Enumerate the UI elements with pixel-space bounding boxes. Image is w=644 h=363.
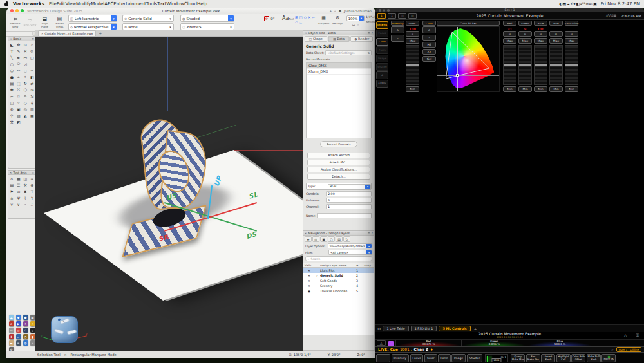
workspace-icon[interactable]: ⌗ [30,340,35,346]
basic-tool-button[interactable]: T [8,48,15,54]
blank-softkey[interactable] [376,354,390,362]
layer-visibility-toggle[interactable]: ✕ [303,284,315,288]
color-minus-button[interactable]: – [422,35,436,41]
workspace-icon[interactable]: ◆ [16,315,21,320]
basic-tool-button[interactable]: ⌐ [8,93,15,99]
tool-set-button[interactable]: ⌁ [22,201,29,207]
color-mode-button[interactable]: Gel [422,56,436,62]
tool-set-button[interactable]: ⚑ [8,188,15,194]
navigation-mode-icon[interactable]: ◎ [312,236,319,242]
tool-set-button[interactable]: ◫ [22,175,29,182]
view-cube[interactable]: Z Y X [46,313,84,351]
lock-icon[interactable]: ⚿ [636,333,639,338]
basic-palette-header[interactable]: ✕ Basic ≡ [8,37,35,41]
marquee-zoom-icon[interactable]: ▭ [352,23,355,27]
workspace-icon[interactable]: ✚ [9,334,14,339]
cie-color-picker[interactable] [437,26,500,92]
basic-tool-button[interactable]: ◩ [15,118,23,125]
close-icon[interactable]: ✕ [305,32,307,35]
record-formats-button[interactable]: Record Formats [320,141,357,147]
tool-set-button[interactable]: ⊞ [15,188,23,194]
menubar-item[interactable]: Text [157,1,166,6]
inten-fader-track[interactable] [406,45,419,85]
fader-max-button[interactable]: Max [565,38,578,44]
fader-min-button[interactable]: Min [565,86,578,92]
basic-tool-button[interactable]: ⌑ [15,93,23,99]
design-layer-row[interactable]: ✕ Scenery 4 [303,283,374,288]
basic-tool-button[interactable]: ◎ [22,106,29,112]
tool-set-button[interactable]: ♜ [22,188,29,194]
alert-triangle-icon[interactable]: △ [624,333,627,338]
record-action-button[interactable]: Assign Classifications... [307,167,370,172]
basic-tool-button[interactable]: ✥ [15,41,23,48]
basic-tool-button[interactable]: ╲ [8,54,15,60]
design-layer-row[interactable]: ✕ Soft Goods 3 [303,278,374,283]
function-softkey[interactable]: Highlight Cell [556,354,571,362]
tool-set-button[interactable]: Ψ [15,194,23,201]
design-layer-row[interactable]: ◉ Theatre FloorPlan 5 [303,288,374,293]
view-cube-top-face[interactable] [59,317,70,324]
eos-display-tab[interactable]: 2 PSD List 1 [411,326,437,331]
search-icon[interactable]: ⌕ [612,348,614,352]
fader-track[interactable] [534,45,547,85]
color-mode-button[interactable]: HS [422,42,436,48]
inten-min-button[interactable]: Min [406,86,419,92]
basic-tool-button[interactable]: ◿ [22,60,29,67]
tool-set-button[interactable]: ≡ [29,175,36,182]
view-nav-button[interactable]: ⇨ Next View [23,15,37,30]
basic-tool-button[interactable]: ⇄ [29,80,36,86]
gear-icon[interactable]: ⚙ [377,326,381,331]
basic-tool-button[interactable]: ⬡ [22,86,29,93]
layer-search-input[interactable]: ⌕ Search [305,256,372,261]
help-icon[interactable]: ? [372,32,373,35]
workspace-icon[interactable]: ▤ [16,328,21,333]
parameter-category-button[interactable]: Focus [376,30,388,37]
zoom-control[interactable]: 100%▾ ▭⌗ [346,15,365,27]
class-dropdown[interactable]: ⊙Generic Solid▾ [122,15,174,22]
basic-tool-button[interactable]: ▢ [29,54,36,60]
tool-set-button[interactable]: ⊕ [29,182,36,188]
basic-tool-button[interactable]: ○ [8,60,15,67]
layer-visibility-toggle[interactable]: ◉ [303,290,315,293]
document-tab[interactable]: ✕ Curtain Move...nt Example.vwx [38,30,96,36]
category-softkey[interactable]: Image [451,354,466,362]
function-softkey[interactable]: Make Null Mark [587,354,601,362]
parameter-category-button[interactable]: Shutter [376,63,388,71]
fader-min-button[interactable]: Min [534,86,547,92]
fader-track[interactable] [549,45,563,85]
inten-max-button[interactable]: Max [406,38,419,44]
basic-tool-button[interactable]: ✂ [29,67,36,73]
parameter-category-button[interactable]: Intens [376,21,388,29]
basic-tool-button[interactable]: ◇ [22,99,29,106]
search-icon[interactable]: ⌕ [334,9,336,14]
view-nav-button[interactable]: ⇦ Previous View [8,15,22,30]
tool-set-button[interactable]: ▤ [8,182,15,188]
basic-tool-button[interactable]: ◫ [8,99,15,106]
fader-min-button[interactable]: Min [518,86,532,92]
close-traffic-light[interactable] [10,9,14,12]
text-tool[interactable]: AaText [282,15,294,21]
new-tab-button[interactable]: + [99,31,102,35]
toolbar-mode-icon[interactable]: ◠ [295,21,298,25]
tool-set-button[interactable]: ⊤ [29,188,36,194]
color-home-button[interactable]: ⌂ [422,26,436,33]
monitor-tab[interactable]: ◫ [398,13,406,19]
basic-tool-button[interactable]: ▭ [22,54,29,60]
fader-max-button[interactable]: Max [518,38,532,44]
eos-titlebar[interactable]: Eos : 1 [375,8,644,12]
view-cube-body[interactable] [51,316,78,343]
fader-track[interactable] [503,45,516,85]
menu-icon[interactable]: ≡ [368,32,370,35]
basic-tool-button[interactable]: ⬭ [15,60,23,67]
intensity-home-button[interactable]: ⌂ [391,26,404,33]
settings-button[interactable]: ⚙Settings [332,15,343,25]
basic-tool-button[interactable]: ⊘ [8,106,15,112]
function-softkey[interactable]: Fan Make Abs [526,354,540,362]
basic-tool-button[interactable]: ⌔ [15,99,23,106]
record-format-item[interactable]: Xform_DMX [307,69,371,75]
vw-user-area[interactable]: ⌖ ⌕ ⚉ Joshua Schulman [330,9,372,14]
close-icon[interactable]: ✕ [10,171,12,174]
command-line[interactable]: LIVE: Cue 1001 : Chan 2 ♦ ⌕ User 1 : Off… [375,346,644,353]
basic-tool-button[interactable]: ⟳ [29,48,36,54]
tool-set-button[interactable]: ⋔ [8,194,15,201]
